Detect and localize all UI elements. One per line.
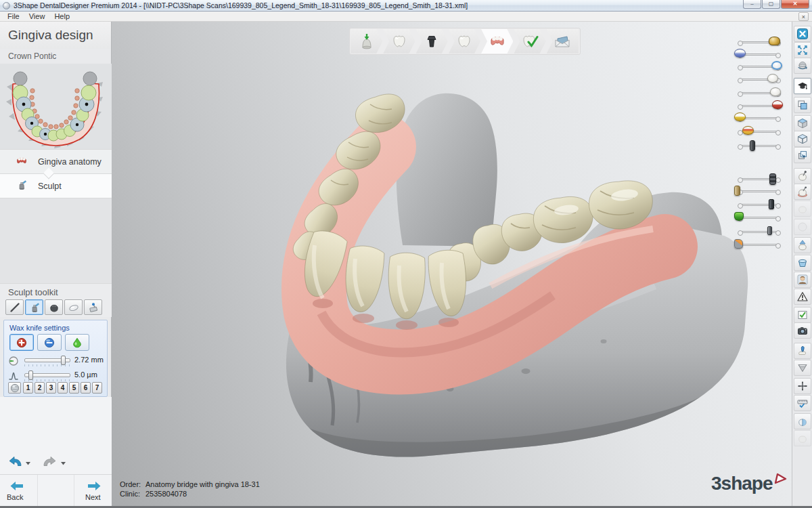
workflow-step-anatomy[interactable] bbox=[449, 29, 480, 54]
small-screw-icon[interactable] bbox=[767, 226, 772, 235]
workflow-coping-icon bbox=[390, 33, 408, 49]
toolbar-expert-mode-button[interactable] bbox=[794, 78, 811, 94]
next-button[interactable]: Next bbox=[74, 475, 112, 506]
gingiva-tooth-icon[interactable] bbox=[772, 100, 783, 109]
toolbar-measure-ruler-button[interactable] bbox=[794, 395, 811, 411]
toolbar-tooth-pin-view-button[interactable] bbox=[794, 168, 811, 184]
preset-6-button[interactable]: 6 bbox=[81, 382, 91, 394]
toolbar-material-bucket-button[interactable] bbox=[794, 255, 811, 271]
remove-material-icon bbox=[44, 337, 55, 348]
orange-tool-icon[interactable] bbox=[734, 239, 743, 249]
workflow-step-abutment[interactable] bbox=[416, 29, 448, 54]
toolbar-close-view-button[interactable] bbox=[794, 26, 811, 42]
gum-tooth-icon[interactable] bbox=[742, 126, 754, 135]
dental-model-render[interactable] bbox=[112, 22, 792, 506]
close-button[interactable]: ✕ bbox=[781, 0, 809, 9]
preset-5-button[interactable]: 5 bbox=[69, 382, 79, 394]
toolbar-fit-view-button[interactable] bbox=[794, 42, 811, 58]
toolbar-cube-wire-view-button[interactable] bbox=[794, 131, 811, 147]
knife-radius-slider-thumb[interactable] bbox=[61, 356, 66, 365]
toolbar-cross-section-button[interactable] bbox=[794, 413, 811, 429]
tooth-pin-gum-view-icon bbox=[797, 186, 808, 197]
implant-pin-icon[interactable] bbox=[750, 140, 755, 151]
wax-tooth-icon[interactable] bbox=[734, 112, 746, 121]
knife-smoothing-slider[interactable] bbox=[24, 373, 70, 377]
sidebar-step-gingiva-anatomy[interactable]: Gingiva anatomy bbox=[0, 149, 112, 173]
remove-material-button[interactable] bbox=[37, 334, 62, 351]
workflow-step-gingiva[interactable] bbox=[481, 29, 513, 54]
preset-2-button[interactable]: 2 bbox=[35, 382, 45, 394]
toolbar-approve-step-button[interactable] bbox=[794, 307, 811, 323]
die-tool-button[interactable] bbox=[45, 299, 63, 315]
undo-dropdown-icon[interactable] bbox=[25, 461, 31, 465]
knife-smoothing-slider-thumb[interactable] bbox=[28, 371, 33, 380]
toolbar-copy-view-button[interactable] bbox=[794, 97, 811, 113]
implant-pin-layer-slider[interactable] bbox=[740, 145, 779, 147]
line-tool-button[interactable] bbox=[5, 299, 24, 315]
add-material-button[interactable] bbox=[9, 334, 34, 351]
small-screw-layer-slider[interactable] bbox=[740, 231, 779, 233]
white-crown-icon[interactable] bbox=[767, 74, 778, 83]
3d-viewport[interactable]: Order: Anatomy bridge with gingiva 18-31… bbox=[112, 22, 792, 506]
back-button[interactable]: Back bbox=[0, 475, 37, 506]
toolbar-prism-view-button[interactable] bbox=[794, 360, 811, 376]
toolbar-rotate-view-button[interactable] bbox=[794, 58, 811, 74]
rotate-view-icon bbox=[797, 60, 808, 71]
toolbar-warnings-button[interactable] bbox=[794, 289, 811, 305]
stamp-tool-button[interactable] bbox=[84, 299, 102, 315]
knife-radius-slider[interactable] bbox=[24, 358, 70, 362]
layered-view-icon bbox=[797, 150, 808, 161]
toolbar-patient-photo-button[interactable] bbox=[794, 272, 811, 288]
screw-stack-icon[interactable] bbox=[769, 173, 776, 185]
workflow-step-coping[interactable] bbox=[383, 29, 415, 54]
undo-button[interactable] bbox=[7, 455, 23, 467]
preset-3-button[interactable]: 3 bbox=[46, 382, 56, 394]
orange-tool-layer-slider[interactable] bbox=[740, 244, 779, 246]
menu-view[interactable]: View bbox=[24, 12, 50, 22]
workflow-step-send[interactable] bbox=[547, 29, 579, 54]
sidebar-step-label: Sculpt bbox=[38, 182, 62, 191]
axes-view-icon bbox=[797, 381, 808, 391]
preset-4-button[interactable]: 4 bbox=[58, 382, 68, 394]
minimize-button[interactable]: – bbox=[743, 0, 761, 9]
workflow-step-finalize[interactable] bbox=[514, 29, 545, 54]
toolbar-screenshot-button[interactable] bbox=[794, 322, 811, 339]
smooth-material-button[interactable] bbox=[65, 334, 89, 351]
preset-group-button[interactable] bbox=[8, 382, 21, 394]
white-crown-icon[interactable] bbox=[770, 87, 781, 96]
maximize-button[interactable]: ▢ bbox=[762, 0, 780, 9]
tan-cylinder-icon[interactable] bbox=[734, 186, 740, 196]
preset-1-button[interactable]: 1 bbox=[23, 382, 33, 394]
wax-knife-tool-button[interactable] bbox=[25, 299, 43, 315]
tan-cylinder-layer-slider[interactable] bbox=[740, 190, 779, 192]
redo-button[interactable] bbox=[42, 455, 58, 467]
sidebar-step-label: Gingiva anatomy bbox=[38, 157, 102, 167]
mdi-close-button[interactable]: × bbox=[798, 12, 809, 21]
ring-crown-icon[interactable] bbox=[771, 61, 782, 70]
toolbar-tooth-pin-gum-view-button[interactable] bbox=[794, 184, 811, 200]
green-implant-layer-slider[interactable] bbox=[740, 217, 779, 219]
blue-pontic-icon[interactable] bbox=[734, 49, 746, 58]
disc-tool-button[interactable] bbox=[64, 299, 83, 315]
sidebar-step-sculpt[interactable]: Sculpt bbox=[0, 173, 112, 198]
toolbar-layered-view-button[interactable] bbox=[794, 147, 811, 163]
patient-photo-icon bbox=[797, 274, 808, 285]
gold-crown-icon[interactable] bbox=[769, 37, 780, 45]
tan-cylinder-layer-slider-row bbox=[733, 185, 791, 198]
dark-screw-icon[interactable] bbox=[769, 199, 774, 209]
toolbar-cube-solid-view-button[interactable] bbox=[794, 115, 811, 131]
toolbar-insertion-direction-button[interactable] bbox=[794, 237, 811, 253]
dental-arch-overview[interactable] bbox=[0, 64, 112, 149]
sidebar-footer: Back Next bbox=[0, 397, 112, 506]
workflow-step-scan[interactable] bbox=[351, 29, 382, 54]
redo-dropdown-icon[interactable] bbox=[60, 461, 66, 465]
green-implant-icon[interactable] bbox=[734, 212, 744, 221]
clinic-value: 2535804078 bbox=[145, 490, 187, 498]
workflow-finalize-icon bbox=[521, 33, 539, 49]
menu-file[interactable]: File bbox=[3, 12, 24, 22]
toolbar-point-probe-button[interactable] bbox=[794, 343, 811, 359]
menu-help[interactable]: Help bbox=[49, 12, 74, 22]
preset-7-button[interactable]: 7 bbox=[92, 382, 102, 394]
title-bar[interactable]: 3Shape DentalDesigner Premium 2014 - [\\… bbox=[0, 0, 812, 12]
toolbar-axes-view-button[interactable] bbox=[794, 378, 811, 394]
